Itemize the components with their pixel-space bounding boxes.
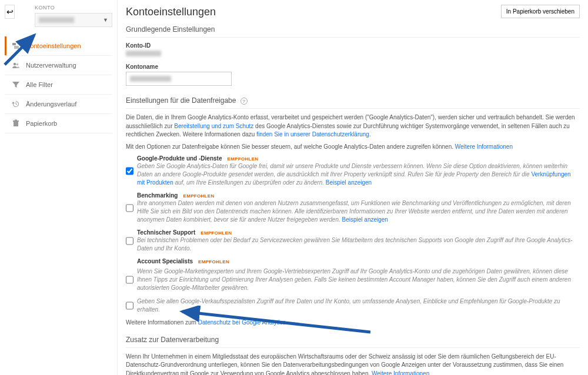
sidebar: ↩ KONTO ▼ Kontoeinstellungen	[0, 0, 118, 375]
addendum-para-1: Wenn Ihr Unternehmen in einem Mitgliedss…	[126, 353, 580, 376]
sidebar-item-label: Alle Filter	[26, 81, 53, 88]
option-desc: Wenn Sie Google-Marketingexperten und Ih…	[137, 267, 580, 292]
option-desc: Geben Sie Google Analytics-Daten für Goo…	[137, 162, 580, 187]
svg-rect-0	[12, 43, 16, 45]
datashare-heading-text: Einstellungen für die Datenfreigabe	[126, 96, 236, 105]
chevron-down-icon: ▼	[103, 17, 108, 23]
svg-rect-5	[13, 120, 19, 122]
sidebar-item-label: Kontoeinstellungen	[26, 42, 81, 49]
basic-settings-heading: Grundlegende Einstellungen	[126, 21, 580, 38]
sidebar-item-label: Papierkorb	[26, 120, 57, 127]
link-privacy-policy[interactable]: finden Sie in unserer Datenschutzerkläru…	[256, 131, 371, 138]
option-title: Google-Produkte und -Dienste	[137, 155, 222, 162]
funnel-icon	[12, 81, 20, 89]
settings-stack-icon	[12, 42, 20, 50]
option-desc: Geben Sie allen Google-Verkaufsspezialis…	[137, 297, 580, 314]
sidebar-item-label: Änderungsverlauf	[26, 101, 76, 108]
history-icon	[12, 100, 20, 108]
option-title: Account Specialists	[137, 258, 193, 264]
sidebar-item-label: Nutzerverwaltung	[26, 62, 76, 69]
kontoname-value-redacted	[130, 76, 171, 82]
account-name-redacted	[39, 17, 74, 23]
link-more-info-sharing[interactable]: Weitere Informationen	[455, 143, 513, 150]
sidebar-item-trash[interactable]: Papierkorb	[5, 114, 112, 133]
arrow-left-icon: ↩	[6, 7, 14, 16]
recommended-badge: EMPFOHLEN	[201, 230, 232, 236]
sidebar-item-account-settings[interactable]: Kontoeinstellungen	[5, 36, 112, 56]
sidebar-nav: Kontoeinstellungen Nutzerverwaltung Alle…	[5, 36, 112, 133]
recommended-badge: EMPFOHLEN	[183, 193, 215, 199]
svg-point-3	[16, 63, 19, 66]
kontoname-label: Kontoname	[126, 63, 580, 70]
checkbox-account-specialists-1[interactable]	[126, 267, 133, 292]
checkbox-tech-support[interactable]	[126, 229, 133, 253]
option-google-products: Google-Produkte und -Dienste EMPFOHLEN G…	[126, 155, 580, 187]
move-to-trash-button[interactable]: In Papierkorb verschieben	[501, 5, 580, 18]
account-selector[interactable]: ▼	[35, 13, 112, 27]
option-account-specialists-sub2: Geben Sie allen Google-Verkaufsspezialis…	[126, 297, 580, 314]
konto-id-label: Konto-ID	[126, 42, 580, 49]
addendum-heading: Zusatz zur Datenverarbeitung	[126, 332, 580, 348]
svg-rect-1	[14, 46, 19, 49]
sidebar-item-user-management[interactable]: Nutzerverwaltung	[5, 56, 112, 75]
recommended-badge: EMPFOHLEN	[228, 156, 259, 162]
sidebar-item-change-history[interactable]: Änderungsverlauf	[5, 95, 112, 114]
option-account-specialists-sub1: Wenn Sie Google-Marketingexperten und Ih…	[126, 267, 580, 292]
users-icon	[12, 61, 20, 69]
option-benchmarking: Benchmarking EMPFOHLEN Ihre anonymen Dat…	[126, 192, 580, 224]
svg-rect-6	[15, 120, 17, 121]
trash-icon	[12, 119, 20, 128]
option-tech-support: Technischer Support EMPFOHLEN Bei techni…	[126, 229, 580, 253]
datashare-more-info: Weitere Informationen zum Datenschutz be…	[126, 319, 580, 327]
sidebar-item-all-filters[interactable]: Alle Filter	[5, 75, 112, 95]
link-provision-protect[interactable]: Bereitstellung und zum Schutz	[174, 123, 253, 129]
option-title: Benchmarking	[137, 192, 178, 199]
account-section-label: KONTO	[35, 5, 112, 11]
option-title: Technischer Support	[137, 229, 195, 236]
option-account-specialists: Account Specialists EMPFOHLEN	[126, 257, 580, 264]
checkbox-account-specialists-2[interactable]	[126, 297, 133, 314]
help-icon[interactable]: ?	[240, 98, 248, 105]
link-show-example[interactable]: Beispiel anzeigen	[326, 179, 372, 186]
svg-point-2	[14, 63, 16, 65]
link-more-info-addendum[interactable]: Weitere Informationen	[372, 370, 429, 376]
link-ga-privacy[interactable]: Datenschutz bei Google Analytics	[198, 319, 286, 326]
link-show-example[interactable]: Beispiel anzeigen	[342, 216, 388, 223]
kontoname-input[interactable]	[126, 72, 232, 86]
checkbox-benchmarking[interactable]	[126, 192, 133, 224]
main-content: In Papierkorb verschieben Kontoeinstellu…	[118, 0, 588, 375]
konto-id-value-redacted	[126, 51, 161, 56]
checkbox-google-products[interactable]	[126, 155, 133, 187]
datashare-intro-1: Die Daten, die in Ihrem Google Analytics…	[126, 113, 580, 139]
datashare-heading: Einstellungen für die Datenfreigabe ?	[126, 92, 580, 109]
option-desc: Ihre anonymen Daten werden mit denen von…	[137, 199, 580, 224]
option-desc: Bei technischen Problemen oder bei Bedar…	[137, 236, 580, 253]
back-button[interactable]: ↩	[5, 5, 15, 19]
datashare-intro-2: Mit den Optionen zur Datenfreigabe könne…	[126, 143, 580, 152]
recommended-badge: EMPFOHLEN	[198, 259, 229, 264]
svg-rect-4	[14, 122, 18, 126]
